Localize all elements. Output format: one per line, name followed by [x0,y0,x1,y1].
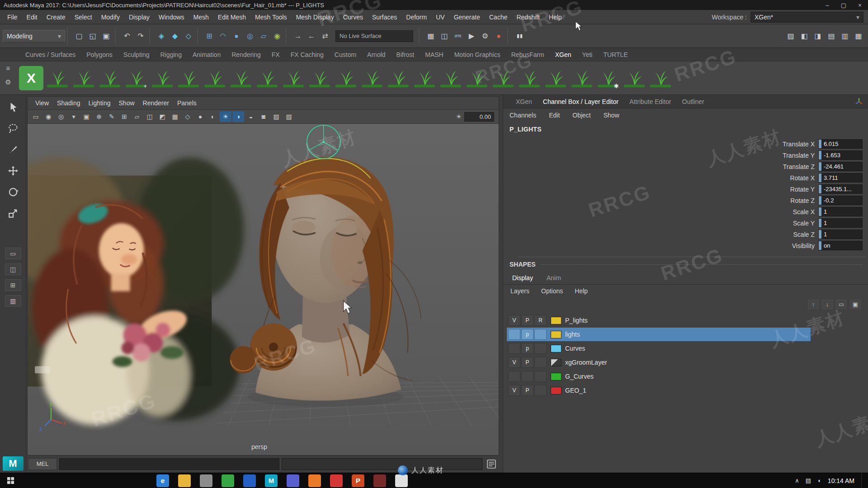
shadows-icon[interactable]: ◑ [232,111,244,122]
viewport-menu-item[interactable]: Show [115,99,139,107]
output-connections-icon[interactable]: ← [305,30,318,42]
xgen-shelf-icon[interactable] [71,66,96,90]
xgen-shelf-icon[interactable] [648,66,673,90]
xgen-editor-icon[interactable]: X [19,66,43,90]
layer-editor-menu-item[interactable]: Layers [510,287,529,295]
channel-value-field[interactable]: -24.461 [818,162,863,171]
taskbar-app-icon[interactable] [373,474,386,487]
lock-camera-icon[interactable]: ◉ [42,111,54,122]
shelf-tab[interactable]: Animation [187,48,226,61]
single-pane-layout-icon[interactable]: ▭ [5,248,21,259]
xgen-shelf-icon[interactable] [465,66,489,90]
shelf-tab[interactable]: Curves / Surfaces [20,48,81,61]
right-panel-tab[interactable]: Outliner [677,98,710,105]
channel-label[interactable]: Translate Y [783,152,815,159]
shelf-tab[interactable]: MASH [420,48,448,61]
layer-playback-toggle[interactable] [521,371,533,382]
layer-display-type-toggle[interactable] [534,385,547,396]
layer-playback-toggle[interactable]: P [521,385,533,396]
xgen-shelf-icon[interactable] [307,66,332,90]
viewport-menu-item[interactable]: Renderer [139,99,173,107]
layer-name[interactable]: P_lights [565,317,588,324]
channel-label[interactable]: Scale Z [793,231,815,238]
menu-item[interactable]: Curves [339,10,368,24]
channel-label[interactable]: Visibility [792,242,815,249]
layer-name[interactable]: lights [565,331,580,338]
select-component-icon[interactable]: ◇ [182,30,195,42]
layer-playback-toggle[interactable]: p [521,343,533,354]
xgen-shelf-icon[interactable] [491,66,515,90]
layer-row[interactable]: p lights [507,328,811,341]
clock[interactable]: 10:14 AM [828,477,854,484]
xgen-shelf-icon[interactable] [176,66,201,90]
new-scene-icon[interactable]: ▢ [73,30,85,42]
shelf-tab[interactable]: Rendering [226,48,266,61]
layer-editor-tab[interactable]: Anim [547,274,561,282]
script-editor-icon[interactable] [485,458,498,470]
shelf-tab[interactable]: Sculpting [118,48,155,61]
xgen-shelf-icon[interactable] [229,66,253,90]
make-live-icon[interactable]: ◉ [271,30,283,42]
layer-editor-tab[interactable]: Display [512,274,533,282]
channel-label[interactable]: Scale X [793,208,815,216]
menu-item[interactable]: Mesh [189,10,213,24]
volume-icon[interactable]: ◖ [817,477,821,484]
viewport-canvas[interactable]: y x z persp [28,124,499,455]
exposure-icon[interactable]: ☀ [456,113,462,120]
taskbar-app-icon[interactable] [243,474,256,487]
layer-color-swatch[interactable] [551,345,561,352]
taskbar-app-icon[interactable] [287,474,299,487]
layer-visibility-toggle[interactable] [508,343,520,354]
layer-playback-toggle[interactable]: P [521,315,533,326]
layer-name[interactable]: G_Curves [565,373,594,380]
channel-label[interactable]: Translate Z [783,163,815,170]
xgen-shelf-icon[interactable] [98,66,122,90]
isolate-select-icon[interactable]: ◙ [258,111,269,122]
menu-set-dropdown[interactable]: Modeling ▾ [3,30,65,42]
shelf-tab[interactable]: Arnold [362,48,391,61]
xray-icon[interactable]: ▨ [270,111,282,122]
right-panel-tab[interactable]: XGen [510,98,538,105]
xgen-shelf-icon[interactable] [255,66,279,90]
channel-box-menu-item[interactable]: Channels [509,112,536,119]
select-tool-icon[interactable] [5,99,21,115]
layer-display-type-toggle[interactable] [534,343,547,354]
screen-space-ao-icon[interactable]: ◒ [245,111,257,122]
viewport-menu-item[interactable]: Shading [53,99,84,107]
layer-editor-menu-item[interactable]: Options [541,287,563,295]
open-render-view-icon[interactable]: ▦ [425,30,437,42]
shelf-tab[interactable]: TURTLE [598,48,633,61]
shelf-tab[interactable]: Yeti [577,48,598,61]
snap-to-point-icon[interactable]: ● [230,30,243,42]
layer-row[interactable]: G_Curves [507,370,811,383]
layer-visibility-toggle[interactable]: V [508,385,520,396]
channel-value-field[interactable]: -0.2 [818,196,863,205]
shelf-tab[interactable]: Custom [329,48,362,61]
layer-playback-toggle[interactable]: p [521,329,533,340]
layer-move-up-icon[interactable]: ↑ [808,300,819,309]
layer-editor-menu-item[interactable]: Help [575,287,588,295]
layer-row[interactable]: V P xgGroomLayer [507,356,811,369]
viewport-menu-item[interactable]: Panels [173,99,201,107]
move-tool-icon[interactable] [5,163,21,178]
channel-value-field[interactable]: -1.653 [818,150,863,160]
xgen-shelf-icon[interactable] [360,66,384,90]
snap-to-view-plane-icon[interactable]: ▱ [257,30,270,42]
taskbar-app-icon[interactable] [200,474,212,487]
xgen-shelf-icon[interactable] [150,66,175,90]
exposure-value-field[interactable]: 0.00 [464,112,494,122]
pause-icon[interactable]: ▮▮ [513,33,527,39]
render-sequence-icon[interactable]: ▶ [465,30,478,42]
toggle-hypershade-icon[interactable]: ◧ [798,30,811,42]
menu-item[interactable]: UV [431,10,449,24]
film-gate-icon[interactable]: ▱ [131,111,143,122]
menu-item[interactable]: Select [70,10,97,24]
menu-item[interactable]: Deform [401,10,431,24]
render-current-frame-icon[interactable]: ◫ [438,30,451,42]
channel-value-field[interactable]: 3.711 [818,173,863,183]
undo-icon[interactable]: ↶ [121,30,133,42]
layer-color-swatch[interactable] [551,387,561,394]
layer-name[interactable]: Curves [565,345,585,352]
snap-to-grid-icon[interactable]: ⊞ [203,30,216,42]
four-pane-layout-icon[interactable]: ⊞ [5,279,21,291]
